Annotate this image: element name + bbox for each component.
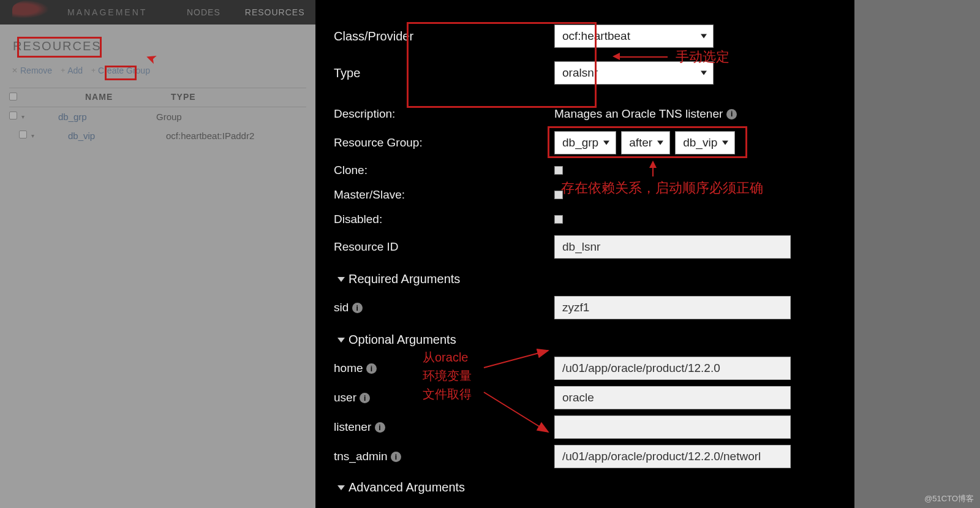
row-checkbox[interactable]: [9, 112, 17, 119]
add-resource-modal: Class/Provider ocf:heartbeat Type oralsn…: [315, 0, 854, 508]
class-provider-select[interactable]: ocf:heartbeat: [554, 25, 714, 48]
table-row[interactable]: ▾ db_grp Group: [9, 107, 306, 126]
nav-tabs: NODES RESOURCES: [175, 0, 317, 25]
add-label: Add: [67, 66, 83, 75]
master-slave-checkbox[interactable]: [554, 191, 563, 199]
row-name[interactable]: db_grp: [58, 112, 156, 122]
watermark: @51CTO博客: [924, 493, 974, 504]
chevron-down-icon[interactable]: ▾: [21, 113, 34, 120]
section-label: Advanced Arguments: [349, 480, 465, 495]
info-icon[interactable]: i: [391, 452, 401, 462]
resource-group-select-1[interactable]: db_grp: [554, 131, 616, 154]
table-header: NAME TYPE: [9, 88, 306, 107]
label-listener: listener i: [334, 420, 554, 434]
page-title: RESOURCES: [9, 37, 105, 56]
chevron-down-icon: [722, 141, 728, 145]
clone-checkbox[interactable]: [554, 166, 563, 175]
label-disabled: Disabled:: [334, 213, 554, 226]
action-row: ✕ Remove + Add + Create Group: [9, 64, 306, 77]
type-select[interactable]: oralsnr: [554, 61, 714, 85]
select-value: oralsnr: [562, 66, 598, 80]
select-value: db_grp: [562, 136, 598, 150]
create-group-label: Create Group: [98, 66, 150, 75]
info-icon[interactable]: i: [375, 422, 385, 433]
remove-label: Remove: [20, 66, 52, 75]
chevron-down-icon: [603, 141, 609, 145]
chevron-down-icon: [337, 485, 345, 490]
chevron-down-icon: [701, 71, 707, 75]
select-value: after: [629, 136, 652, 150]
logo-icon: [12, 0, 49, 18]
resource-group-select-2[interactable]: after: [621, 131, 670, 154]
section-label: Optional Arguments: [349, 333, 456, 347]
chevron-down-icon: [337, 338, 345, 343]
info-icon[interactable]: i: [726, 109, 737, 119]
plus-icon: +: [61, 66, 65, 75]
chevron-down-icon[interactable]: ▾: [31, 132, 43, 139]
row-checkbox[interactable]: [19, 131, 27, 138]
tns-admin-input[interactable]: [554, 445, 791, 468]
right-margin: [854, 0, 980, 508]
label-description: Description:: [334, 107, 554, 121]
label-user: user i: [334, 391, 554, 404]
header-checkbox[interactable]: [9, 93, 17, 100]
label-resource-group: Resource Group:: [334, 136, 554, 150]
chevron-down-icon: [657, 141, 663, 145]
resource-group-select-3[interactable]: db_vip: [675, 131, 735, 154]
sid-input[interactable]: [554, 296, 791, 319]
remove-action[interactable]: ✕ Remove: [9, 64, 55, 77]
section-required[interactable]: Required Arguments: [337, 272, 836, 286]
table-row[interactable]: ▾ db_vip ocf:heartbeat:IPaddr2: [9, 126, 306, 145]
nav-nodes[interactable]: NODES: [175, 7, 233, 17]
label-home: home i: [334, 362, 554, 375]
home-input[interactable]: [554, 357, 791, 380]
th-name: NAME: [30, 92, 171, 103]
label-sid: sid i: [334, 301, 554, 314]
create-group-action[interactable]: + Create Group: [89, 64, 153, 77]
left-panel: MANAGEMENT NODES RESOURCES RESOURCES ✕ R…: [0, 0, 315, 508]
resource-id-input[interactable]: [554, 235, 791, 259]
row-type: Group: [156, 112, 182, 122]
section-advanced[interactable]: Advanced Arguments: [337, 480, 836, 495]
page-area: RESOURCES ✕ Remove + Add + Create Group …: [0, 25, 315, 508]
chevron-down-icon: [701, 34, 707, 39]
info-icon[interactable]: i: [360, 393, 370, 403]
label-type: Type: [334, 66, 554, 80]
label-resource-id: Resource ID: [334, 240, 554, 254]
select-value: ocf:heartbeat: [562, 29, 630, 43]
section-optional[interactable]: Optional Arguments: [337, 333, 836, 347]
annotation-arrow: [652, 167, 654, 176]
section-label: Required Arguments: [349, 272, 460, 286]
row-name[interactable]: db_vip: [68, 131, 166, 141]
info-icon[interactable]: i: [352, 303, 363, 313]
nav-resources[interactable]: RESOURCES: [233, 7, 317, 17]
label-clone: Clone:: [334, 164, 554, 177]
disabled-checkbox[interactable]: [554, 215, 563, 224]
add-action[interactable]: + Add: [58, 64, 85, 77]
x-icon: ✕: [12, 66, 18, 75]
plus-icon: +: [91, 66, 96, 75]
select-value: db_vip: [683, 136, 717, 150]
row-type: ocf:heartbeat:IPaddr2: [166, 131, 254, 141]
user-input[interactable]: [554, 386, 791, 409]
brand-text: MANAGEMENT: [67, 7, 147, 17]
listener-input[interactable]: [554, 415, 791, 439]
label-tns-admin: tns_admin i: [334, 450, 554, 463]
th-type: TYPE: [171, 92, 196, 103]
description-text: Manages an Oracle TNS listener: [554, 107, 723, 121]
chevron-down-icon: [337, 277, 345, 282]
label-class-provider: Class/Provider: [334, 29, 554, 44]
label-master-slave: Master/Slave:: [334, 188, 554, 202]
info-icon[interactable]: i: [366, 363, 377, 374]
